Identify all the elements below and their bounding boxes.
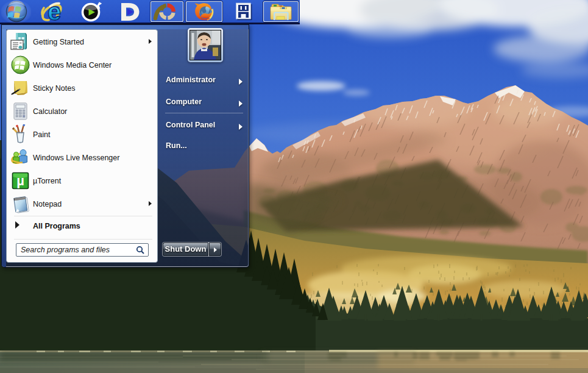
svg-text:e: e [48, 0, 61, 24]
svg-text:µ: µ [16, 173, 24, 188]
